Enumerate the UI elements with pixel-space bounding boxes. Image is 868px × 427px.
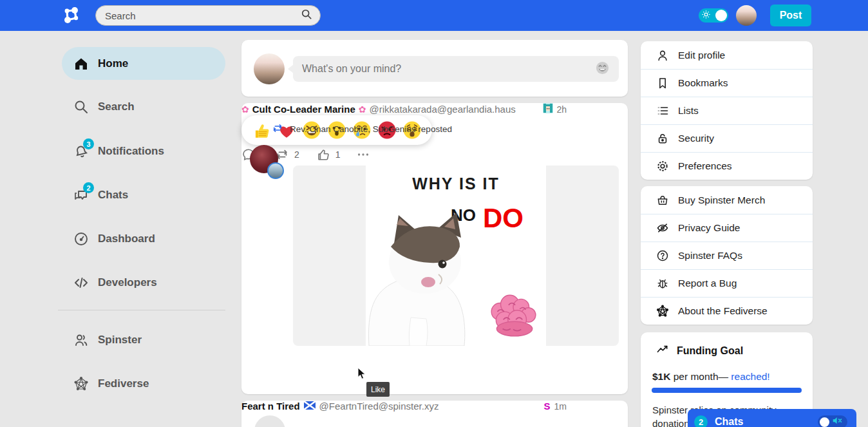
brain-illustration [487,292,540,338]
post-header[interactable]: ✿ Cult Co-Leader Marine ✿ @rikkatakarada… [241,103,567,115]
funding-dash: — [719,371,731,382]
sidebar-item-label: Notifications [98,145,164,158]
spinster-instance-icon: S [544,401,551,412]
post-author-name[interactable]: Cult Co-Leader Marine [252,104,355,115]
post-header[interactable]: Feart n Tired @FeartnTired@spinster.xyz … [241,401,567,412]
post-author-handle[interactable]: @rikkatakarada@gearlandia.haus [370,104,540,115]
basket-icon [656,194,669,207]
support-menu-card: Buy Spinster Merch Privacy Guide Spinste… [641,186,813,325]
bug-icon [656,277,669,290]
bookmark-icon [656,77,669,90]
question-circle-icon [656,249,669,262]
menu-item-security[interactable]: Security [641,124,813,152]
post-timestamp[interactable]: 2h [556,104,567,115]
sun-icon [702,10,710,21]
sidebar-item-home[interactable]: Home [62,47,225,80]
sidebar-item-notifications[interactable]: 3 Notifications [62,138,225,164]
emoji-picker-icon[interactable] [595,61,610,78]
more-options-icon[interactable] [356,147,370,162]
chats-dock-label: Chats [715,416,818,427]
chats-badge: 2 [83,182,94,193]
repost-banner[interactable]: Rev. Onan Canobite, SubGenius reposted [272,122,452,136]
menu-item-label: Report a Bug [678,278,737,289]
meme-image: WHY IS IT NO DO [366,166,546,346]
scotland-flag-icon [304,401,316,412]
like-tooltip: Like [366,382,390,397]
reposter-avatar[interactable] [267,162,284,179]
composer-input-bubble[interactable] [293,56,619,82]
flower-emoji-icon: ✿ [359,104,366,115]
search-input[interactable] [105,10,301,21]
repost-count[interactable]: 2 [294,149,299,160]
funding-reached-link[interactable]: reached! [731,371,769,382]
menu-item-lists[interactable]: Lists [641,97,813,124]
funding-amount-line: $1K per month— reached! [652,371,770,383]
people-icon [73,332,89,348]
menu-item-preferences[interactable]: Preferences [641,152,813,180]
like-button-icon[interactable] [316,147,330,162]
sidebar-item-developers[interactable]: Developers [62,270,225,296]
funding-per-month: per month [670,371,718,382]
funding-progress-bar [652,388,802,393]
menu-item-label: Bookmarks [678,77,728,89]
funding-amount: $1K [652,371,670,382]
post-author-avatar[interactable] [254,415,285,427]
post-author-name[interactable]: Feart n Tired [241,401,300,412]
instance-emoji-icon [543,103,553,115]
mouse-cursor [357,367,366,383]
menu-item-about-fediverse[interactable]: About the Fediverse [641,297,813,325]
post-button[interactable]: Post [770,5,811,26]
chart-icon [656,343,669,359]
post-author-handle[interactable]: @FeartnTired@spinster.xyz [319,401,540,412]
repost-banner-text: Rev. Onan Canobite, SubGenius reposted [290,124,452,134]
post-timestamp[interactable]: 1m [554,401,567,412]
search-icon[interactable] [301,8,312,23]
eye-slash-icon [656,222,669,234]
composer-user-avatar[interactable] [254,53,285,84]
list-icon [656,104,669,117]
like-count[interactable]: 1 [335,149,341,160]
sidebar-item-chats[interactable]: 2 Chats [62,182,225,208]
reaction-thumbs-up-icon[interactable] [252,120,271,140]
post-card: Feart n Tired @FeartnTired@spinster.xyz … [241,401,628,427]
sidebar-divider [58,310,225,310]
sidebar-item-fediverse[interactable]: Fediverse [62,371,225,397]
menu-item-label: Preferences [678,160,732,172]
sidebar-item-label: Fediverse [98,377,149,390]
sidebar-item-label: Spinster [98,334,142,346]
light-dark-toggle[interactable] [699,8,728,23]
fediverse-icon [73,376,89,392]
menu-item-privacy-guide[interactable]: Privacy Guide [641,214,813,242]
repost-icon [272,122,283,136]
funding-goal-title: Funding Goal [677,345,743,357]
user-avatar[interactable] [736,5,757,26]
post-media[interactable]: WHY IS IT NO DO [293,166,619,346]
code-icon [73,275,89,290]
search-bar[interactable] [95,5,321,26]
profile-menu-card: Edit profile Bookmarks Lists Security Pr… [641,41,813,180]
menu-item-label: Security [678,133,714,144]
composer-input[interactable] [302,63,595,75]
person-icon [656,49,669,62]
flower-emoji-icon: ✿ [241,104,249,115]
post-card: Rev. Onan Canobite, SubGenius reposted ✿… [241,103,628,394]
bell-icon: 3 [73,144,89,159]
menu-item-label: About the Fediverse [678,305,768,317]
chat-bubbles-icon: 2 [73,187,89,203]
gear-icon [656,160,669,173]
menu-item-report-bug[interactable]: Report a Bug [641,269,813,297]
menu-item-edit-profile[interactable]: Edit profile [641,41,813,69]
sidebar-item-dashboard[interactable]: Dashboard [62,226,225,252]
menu-item-bookmarks[interactable]: Bookmarks [641,69,813,97]
menu-item-buy-merch[interactable]: Buy Spinster Merch [641,186,813,214]
chats-dock[interactable]: 2 Chats [688,409,856,427]
spinster-logo-icon[interactable] [61,5,82,26]
sidebar-item-search[interactable]: Search [62,94,225,120]
composer-card [241,40,628,97]
menu-item-label: Buy Spinster Merch [678,195,765,206]
chats-sound-toggle[interactable] [818,415,847,427]
search-icon [73,99,89,115]
sidebar-item-spinster[interactable]: Spinster [62,327,225,353]
menu-item-faqs[interactable]: Spinster FAQs [641,242,813,269]
post-action-bar: 2 1 [241,145,567,164]
